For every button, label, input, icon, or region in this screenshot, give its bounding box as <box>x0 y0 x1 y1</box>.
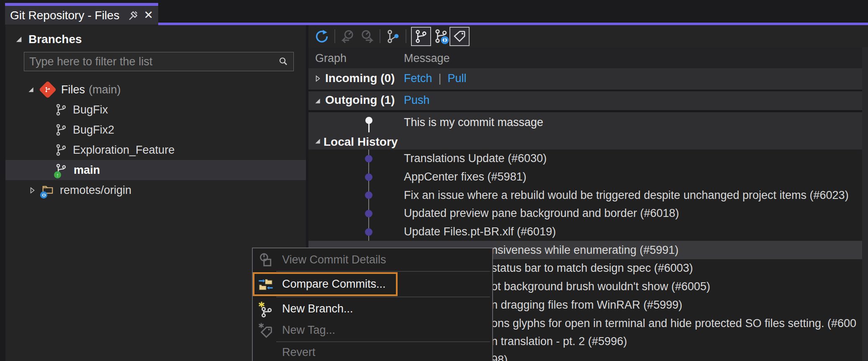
expand-triangle-icon[interactable] <box>27 86 35 93</box>
branch-filter-input[interactable]: Type here to filter the list <box>24 52 294 71</box>
tags-toggle-icon[interactable] <box>449 27 470 46</box>
git-repository-window: Git Repository - Files ✕ Branches Type h… <box>0 0 868 361</box>
menu-item-new-tag[interactable]: New Tag... <box>253 320 492 341</box>
tree-item-branch-exploration-feature[interactable]: Exploration_Feature <box>5 140 306 160</box>
remote-badge-icon <box>40 191 47 199</box>
menu-item-compare-commits[interactable]: Compare Commits... <box>253 273 492 296</box>
pin-icon[interactable] <box>127 9 139 22</box>
commit-message: n dragging files from WinRAR (#5999) <box>491 299 682 312</box>
expand-triangle-icon[interactable] <box>314 137 321 145</box>
column-header-message[interactable]: Message <box>404 52 450 65</box>
expand-triangle-icon[interactable] <box>314 97 321 105</box>
tree-item-branch-bugfix2[interactable]: BugFix2 <box>5 120 306 140</box>
current-branch-badge-icon: ↑ <box>54 171 61 178</box>
local-history-label[interactable]: Local History <box>324 135 398 149</box>
chevron-right-icon[interactable] <box>28 186 36 194</box>
tree-item-label: main <box>74 164 100 177</box>
view-commit-details-icon <box>257 252 274 268</box>
commit-row[interactable]: Update Files.pt-BR.xlf (#6019) <box>308 223 868 241</box>
commit-message: nsiveness while enumerating (#5991) <box>491 244 678 257</box>
commit-message: AppCenter fixes (#5981) <box>404 170 526 183</box>
history-toolbar <box>308 25 868 47</box>
outgoing-commit-message[interactable]: This is my commit massage <box>404 116 543 129</box>
menu-item-label: Compare Commits... <box>282 278 386 291</box>
commit-dot-icon <box>365 173 372 181</box>
outgoing-label: Outgoing (1) <box>325 93 395 107</box>
tab-accent-stripe <box>5 3 158 6</box>
commit-message: Translations Update (#6030) <box>404 152 547 165</box>
commit-message: ons glyphs for open in terminal and hide… <box>491 317 856 330</box>
branch-icon <box>55 123 67 137</box>
git-repo-icon <box>39 81 56 98</box>
tree-item-branch-bugfix[interactable]: BugFix <box>5 100 306 120</box>
commit-context-menu: View Commit Details Compare Commits... <box>252 248 493 361</box>
menu-separator <box>276 271 490 272</box>
incoming-section-row[interactable]: Incoming (0) Fetch | Pull <box>308 68 868 90</box>
branches-tree: Files (main) BugFix <box>5 80 306 200</box>
new-tag-icon <box>257 322 274 339</box>
commit-message: Fix an issue where a rebuild would be tr… <box>404 189 849 202</box>
compare-commits-icon <box>257 276 274 293</box>
chevron-right-icon[interactable] <box>314 75 321 82</box>
toolbar-separator <box>406 29 406 43</box>
filter-placeholder: Type here to filter the list <box>24 55 278 68</box>
branches-header-label: Branches <box>28 33 82 46</box>
column-header-graph[interactable]: Graph <box>315 52 347 65</box>
commit-message: 98) <box>491 353 508 361</box>
tree-item-repo-files[interactable]: Files (main) <box>5 80 306 100</box>
search-icon[interactable] <box>278 57 288 67</box>
commit-message: Update Files.pt-BR.xlf (#6019) <box>404 225 556 238</box>
commit-message: n translation - pt. 2 (#5996) <box>491 335 627 348</box>
tool-window-tab[interactable]: Git Repository - Files ✕ <box>5 3 158 25</box>
menu-item-label: Revert <box>282 346 316 359</box>
branches-section-header[interactable]: Branches <box>15 33 82 46</box>
prev-commit-icon[interactable] <box>340 28 356 44</box>
vertical-scrollbar[interactable] <box>862 47 868 361</box>
next-commit-icon[interactable] <box>359 28 375 44</box>
graph-node-icon[interactable] <box>385 28 401 44</box>
commit-dot-icon <box>365 228 372 236</box>
menu-separator <box>276 297 490 297</box>
outgoing-section-row[interactable]: Outgoing (1) Push <box>308 91 868 110</box>
commit-message: ot background brush wouldn't show (#6005… <box>491 280 710 293</box>
menu-item-label: New Branch... <box>282 302 353 315</box>
tree-item-label: Exploration_Feature <box>73 144 175 157</box>
column-headers: Graph Message <box>308 47 868 68</box>
menu-item-label: New Tag... <box>282 324 335 337</box>
menu-separator <box>276 341 490 342</box>
tree-item-remotes-origin[interactable]: remotes/origin <box>5 180 306 200</box>
commit-dot-icon <box>365 155 372 162</box>
tab-title: Git Repository - Files <box>10 9 122 22</box>
collapse-triangle-icon <box>15 35 23 44</box>
close-icon[interactable]: ✕ <box>144 10 153 21</box>
branches-toggle-icon[interactable] <box>411 27 431 46</box>
refresh-icon[interactable] <box>314 28 330 44</box>
fetch-link[interactable]: Fetch <box>404 72 432 85</box>
commit-dot-icon <box>365 210 372 217</box>
commit-message: Updated preview pane background and bord… <box>404 207 679 220</box>
commit-row[interactable]: Translations Update (#6030) <box>308 150 868 168</box>
outgoing-commit-block: This is my commit massage Local History <box>308 112 868 150</box>
commit-dot-icon <box>365 191 372 199</box>
menu-item-label: View Commit Details <box>282 253 386 266</box>
tree-item-branch-main[interactable]: ↑ main <box>5 160 306 180</box>
new-branch-icon <box>257 301 274 317</box>
push-link[interactable]: Push <box>404 94 430 107</box>
pull-link[interactable]: Pull <box>448 72 467 85</box>
commit-row[interactable]: Fix an issue where a rebuild would be tr… <box>308 186 868 204</box>
branch-icon <box>55 103 67 116</box>
remote-branches-toggle-icon[interactable] <box>434 28 449 44</box>
tree-item-label: remotes/origin <box>60 184 131 197</box>
commit-row[interactable]: Updated preview pane background and bord… <box>308 204 868 223</box>
toolbar-separator <box>334 29 335 43</box>
menu-item-revert[interactable]: Revert <box>253 343 492 361</box>
outgoing-commit-pin-stem <box>368 123 370 132</box>
toolbar-separator <box>380 29 380 43</box>
tree-item-label: BugFix2 <box>73 124 114 137</box>
menu-item-view-commit-details[interactable]: View Commit Details <box>253 249 492 271</box>
menu-item-new-branch[interactable]: New Branch... <box>253 298 492 320</box>
tree-item-label: BugFix <box>73 103 108 116</box>
tree-item-label: Files <box>61 83 85 96</box>
commit-row[interactable]: AppCenter fixes (#5981) <box>308 168 868 186</box>
commit-message: status bar to match design spec (#6003) <box>491 262 693 275</box>
